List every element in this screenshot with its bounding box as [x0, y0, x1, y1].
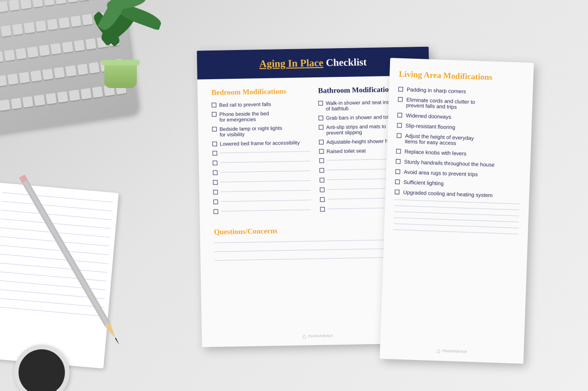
living-item-7: Sturdy handrails throughout the house: [396, 158, 521, 168]
bedroom-blank-5: [213, 188, 311, 195]
living-item-9: Sufficient lighting: [395, 179, 520, 189]
living-item-6: Replace knobs with levers: [396, 148, 521, 158]
homeadvisor-label-2: HomeAdvisor: [442, 348, 467, 354]
living-item-10: Upgraded cooling and heating system: [395, 189, 520, 199]
living-blank-2: [394, 205, 519, 210]
bedroom-item-1: Bed rail to prevent falls: [211, 101, 309, 108]
title-rest: Checklist: [326, 56, 367, 69]
bedroom-blank-2: [213, 158, 310, 165]
checkbox-2[interactable]: [212, 112, 217, 117]
title-underline: Aging In Place: [259, 57, 324, 69]
living-item-3: Widened doorways: [397, 112, 523, 122]
homeadvisor-label: HomeAdvisor: [308, 333, 333, 338]
living-blank-6: [393, 229, 518, 234]
living-item-1: Padding in sharp corners: [398, 86, 524, 96]
bedroom-blank-7: [213, 207, 311, 214]
checkbox-4[interactable]: [212, 142, 217, 146]
living-blank-1: [395, 199, 520, 204]
second-paper-footer: ⌂ HomeAdvisor: [380, 345, 524, 357]
bedroom-blank-1: [212, 149, 310, 156]
plant: [70, 0, 172, 97]
living-blank-4: [394, 217, 519, 222]
bedroom-blank-4: [213, 178, 310, 185]
bedroom-blank-3: [213, 168, 310, 175]
paper-title: Aging In Place Checklist: [206, 55, 420, 71]
bedroom-item-3: Bedside lamp or night lightsfor visibili…: [212, 125, 309, 138]
bedroom-column: Bedroom Modifications Bed rail to preven…: [211, 87, 311, 219]
bedroom-item-4: Lowered bed frame for accessibility: [212, 139, 310, 147]
living-item-5: Adjust the height of everydayitems for e…: [396, 132, 522, 148]
living-blank-3: [394, 211, 519, 216]
living-item-4: Slip-resistant flooring: [397, 122, 522, 132]
living-item-8: Avoid area rugs to prevent trips: [396, 169, 521, 178]
second-paper: Living Area Modifications Padding in sha…: [380, 58, 534, 364]
bedroom-blank-6: [213, 197, 311, 204]
homeadvisor-icon-2: ⌂: [436, 347, 441, 354]
bedroom-title: Bedroom Modifications: [211, 87, 309, 97]
homeadvisor-icon: ⌂: [302, 332, 307, 340]
checkbox-1[interactable]: [211, 103, 216, 107]
living-blank-5: [394, 223, 519, 228]
checkbox-3[interactable]: [212, 127, 217, 132]
bedroom-item-2: Phone beside the bedfor emergencies: [212, 110, 309, 123]
notebook: [0, 182, 119, 369]
living-area-title: Living Area Modifications: [399, 69, 524, 83]
living-item-2: Eliminate cords and clutter toprevent fa…: [398, 96, 524, 112]
